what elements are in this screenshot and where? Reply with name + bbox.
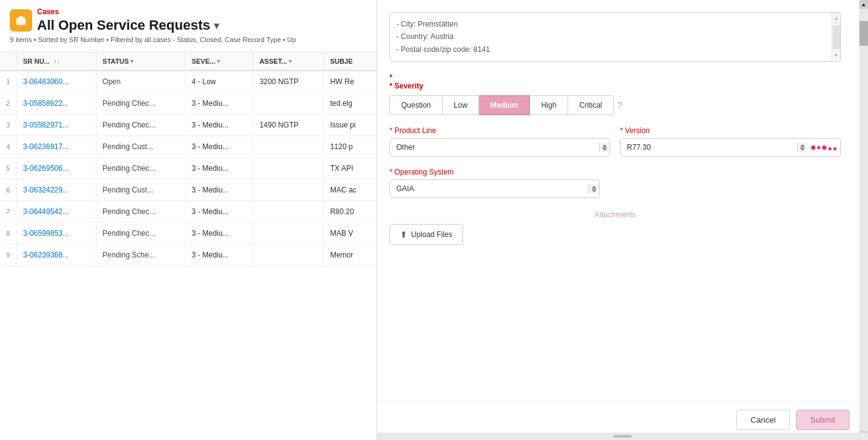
upload-files-button[interactable]: ⬆ Upload Files bbox=[389, 224, 463, 245]
sr-number-cell: 3-06483060... bbox=[17, 71, 96, 93]
addr-scroll-up[interactable]: ▲ bbox=[833, 13, 840, 24]
table-row[interactable]: 8 3-06599853... Pending Chec... 3 - Medi… bbox=[0, 223, 377, 244]
subject-cell: 1120 p bbox=[323, 136, 377, 158]
version-down-arrow[interactable] bbox=[800, 148, 805, 151]
left-panel: Cases All Open Service Requests ▾ 9 item… bbox=[0, 0, 377, 440]
resize-handle[interactable] bbox=[613, 435, 632, 438]
status-cell: Pending Chec... bbox=[96, 223, 185, 244]
severity-help-icon[interactable]: ? bbox=[618, 100, 623, 110]
sr-number-link[interactable]: 3-06449542... bbox=[23, 207, 69, 216]
col-severity[interactable]: SEVE... ▾ bbox=[185, 53, 253, 71]
status-cell: Pending Chec... bbox=[96, 201, 185, 223]
sr-number-link[interactable]: 3-06239368... bbox=[23, 251, 69, 259]
product-line-down-arrow[interactable] bbox=[602, 148, 607, 151]
os-label: Operating System bbox=[389, 168, 841, 176]
filter-icon-status[interactable]: ▾ bbox=[130, 58, 134, 64]
subject-cell: Memor bbox=[323, 244, 377, 266]
asset-cell bbox=[253, 136, 323, 158]
version-input[interactable] bbox=[621, 139, 797, 156]
row-number: 7 bbox=[0, 201, 17, 223]
cancel-button[interactable]: Cancel bbox=[736, 410, 789, 430]
severity-cell: 3 - Mediu... bbox=[185, 158, 253, 179]
product-line-select[interactable]: Other SMB Enterprise Carrier bbox=[390, 139, 599, 156]
table-row[interactable]: 6 3-06324229... Pending Cust... 3 - Medi… bbox=[0, 179, 377, 201]
loading-dots bbox=[807, 145, 840, 150]
status-cell: Pending Sche... bbox=[96, 244, 185, 266]
attachments-section: Attachments ⬆ Upload Files bbox=[389, 210, 841, 245]
cases-icon bbox=[10, 9, 32, 32]
os-select[interactable]: GAIA Linux Windows SecurePlatform bbox=[390, 180, 589, 197]
submit-button[interactable]: Submit bbox=[796, 410, 849, 430]
sev-low[interactable]: Low bbox=[443, 95, 479, 115]
table-row[interactable]: 9 3-06239368... Pending Sche... 3 - Medi… bbox=[0, 244, 377, 266]
sr-number-cell: 3-05582971... bbox=[17, 114, 96, 136]
table-row[interactable]: 1 3-06483060... Open 4 - Low 3200 NGTP H… bbox=[0, 71, 377, 93]
sev-question[interactable]: Question bbox=[389, 95, 443, 115]
subject-cell: TX API bbox=[323, 158, 377, 179]
version-label: Version bbox=[620, 126, 841, 135]
dot-5 bbox=[833, 147, 836, 150]
sr-number-link[interactable]: 3-05582971... bbox=[23, 121, 69, 129]
dot-1 bbox=[811, 145, 815, 150]
bottom-resize-bar[interactable] bbox=[377, 433, 868, 440]
product-line-up-arrow[interactable] bbox=[602, 144, 607, 147]
table-body: 1 3-06483060... Open 4 - Low 3200 NGTP H… bbox=[0, 71, 377, 266]
table-row[interactable]: 2 3-05858622... Pending Chec... 3 - Medi… bbox=[0, 93, 377, 114]
addr-scroll-track bbox=[833, 25, 840, 50]
sr-number-link[interactable]: 3-06236917... bbox=[23, 142, 69, 151]
row-number: 1 bbox=[0, 71, 17, 93]
version-input-wrap bbox=[620, 138, 841, 157]
addr-scroll-down[interactable]: ▼ bbox=[833, 50, 840, 61]
asset-cell: 1490 NGTP bbox=[253, 114, 323, 136]
severity-label-text: * Severity bbox=[389, 82, 841, 90]
svg-rect-1 bbox=[19, 16, 23, 18]
table-header-row: SR NU... ↑↓ STATUS ▾ SEV bbox=[0, 53, 377, 71]
os-down-arrow[interactable] bbox=[592, 189, 597, 192]
col-sr-number[interactable]: SR NU... ↑↓ bbox=[17, 53, 96, 71]
status-cell: Pending Chec... bbox=[96, 114, 185, 136]
subject-cell: R80.20 bbox=[323, 201, 377, 223]
status-cell: Pending Cust... bbox=[96, 136, 185, 158]
cases-table: SR NU... ↑↓ STATUS ▾ SEV bbox=[0, 53, 377, 266]
page-title: All Open Service Requests ▾ bbox=[37, 17, 219, 33]
sr-number-link[interactable]: 3-05858622... bbox=[23, 99, 69, 108]
sort-icon[interactable]: ↑↓ bbox=[54, 58, 60, 65]
sr-number-cell: 3-05858622... bbox=[17, 93, 96, 114]
asset-cell bbox=[253, 244, 323, 266]
product-line-select-wrapper: Other SMB Enterprise Carrier bbox=[389, 138, 610, 157]
chevron-icon[interactable]: ▾ bbox=[214, 20, 219, 32]
sr-number-cell: 3-06236917... bbox=[17, 136, 96, 158]
col-status[interactable]: STATUS ▾ bbox=[96, 53, 185, 71]
os-arrows bbox=[589, 184, 599, 194]
filter-icon-severity[interactable]: ▾ bbox=[217, 58, 220, 64]
status-cell: Open bbox=[96, 71, 185, 93]
row-number: 4 bbox=[0, 136, 17, 158]
sev-medium[interactable]: Medium bbox=[479, 95, 530, 115]
sr-number-link[interactable]: 3-06483060... bbox=[23, 77, 69, 86]
sev-critical[interactable]: Critical bbox=[568, 95, 614, 115]
table-row[interactable]: 4 3-06236917... Pending Cust... 3 - Medi… bbox=[0, 136, 377, 158]
sr-number-cell: 3-06599853... bbox=[17, 223, 96, 244]
sev-high[interactable]: High bbox=[530, 95, 568, 115]
scrollbar-up[interactable]: ▲ bbox=[859, 0, 868, 9]
col-asset[interactable]: ASSET... ▾ bbox=[253, 53, 323, 71]
sr-number-link[interactable]: 3-06269506... bbox=[23, 164, 69, 173]
filter-icon-asset[interactable]: ▾ bbox=[289, 58, 292, 64]
os-up-arrow[interactable] bbox=[592, 186, 597, 189]
subject-cell: ted.elg bbox=[323, 93, 377, 114]
asset-cell bbox=[253, 179, 323, 201]
table-row[interactable]: 7 3-06449542... Pending Chec... 3 - Medi… bbox=[0, 201, 377, 223]
table-row[interactable]: 5 3-06269506... Pending Chec... 3 - Medi… bbox=[0, 158, 377, 179]
sr-number-link[interactable]: 3-06599853... bbox=[23, 229, 69, 238]
row-number: 6 bbox=[0, 179, 17, 201]
scrollbar-thumb[interactable] bbox=[859, 21, 868, 46]
sr-number-cell: 3-06324229... bbox=[17, 179, 96, 201]
sr-number-link[interactable]: 3-06324229... bbox=[23, 186, 69, 194]
severity-cell: 3 - Mediu... bbox=[185, 136, 253, 158]
table-row[interactable]: 3 3-05582971... Pending Chec... 3 - Medi… bbox=[0, 114, 377, 136]
col-subject: SUBJE bbox=[323, 53, 377, 71]
dot-3 bbox=[822, 145, 827, 150]
version-up-arrow[interactable] bbox=[800, 144, 805, 147]
address-country: - Country: Austria bbox=[396, 30, 834, 43]
svg-rect-0 bbox=[17, 18, 26, 25]
